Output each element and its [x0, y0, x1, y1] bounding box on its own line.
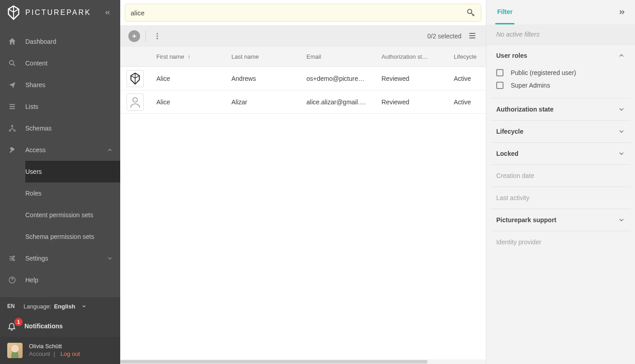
sidebar-item-label: Dashboard: [25, 38, 56, 45]
sidebar-item-lists[interactable]: Lists: [0, 96, 120, 117]
svg-point-12: [133, 98, 137, 102]
filter-section-identity-provider[interactable]: Identity provider: [491, 231, 630, 253]
language-selector[interactable]: EN Language: English: [0, 297, 120, 315]
account-link[interactable]: Account: [29, 350, 50, 357]
column-first-name[interactable]: First name ↑: [156, 53, 231, 60]
checkbox-icon: [496, 69, 503, 76]
cell-email: alice.alizar@gmail.…: [306, 98, 381, 106]
home-icon: [7, 37, 17, 47]
horizontal-scrollbar[interactable]: [120, 359, 486, 364]
search-clear-button[interactable]: [466, 8, 475, 18]
main-content: 0/2 selected First name ↑ Last name Emai…: [120, 0, 486, 364]
logout-link[interactable]: Log out: [61, 350, 80, 357]
sidebar-item-label: Schema permission sets: [25, 233, 94, 240]
search-bar: [125, 4, 481, 22]
sidebar-item-label: Content permission sets: [25, 211, 93, 219]
sidebar-collapse-button[interactable]: [102, 7, 113, 18]
column-authorization-state[interactable]: Authorization st…: [381, 53, 454, 60]
chevron-down-icon: [618, 216, 625, 224]
filter-section-last-activity[interactable]: Last activity: [491, 187, 630, 209]
user-name: Olivia Schütt: [29, 343, 80, 350]
cell-lifecycle: Active: [454, 98, 486, 106]
brand-logo-icon: [130, 72, 141, 85]
sidebar-item-shares[interactable]: Shares: [0, 74, 120, 96]
sidebar-item-content-permission-sets[interactable]: Content permission sets: [25, 204, 120, 226]
sidebar-item-label: Roles: [25, 190, 42, 197]
sidebar-item-dashboard[interactable]: Dashboard: [0, 31, 120, 52]
chevron-double-left-icon: [104, 9, 111, 16]
settings-icon: [7, 253, 17, 263]
notifications-button[interactable]: 1 Notifications: [0, 315, 120, 337]
sidebar-item-label: Help: [25, 276, 38, 284]
filter-section-lifecycle[interactable]: Lifecycle: [491, 121, 630, 142]
checkbox-icon: [496, 82, 503, 89]
svg-point-1: [12, 125, 13, 126]
filter-expand-button[interactable]: [618, 8, 626, 16]
schema-icon: [7, 123, 17, 133]
column-lifecycle[interactable]: Lifecycle: [454, 53, 486, 60]
chevron-down-icon: [618, 128, 625, 135]
sidebar-item-help[interactable]: Help: [0, 269, 120, 291]
column-email[interactable]: Email: [306, 53, 381, 60]
chevron-down-icon: [81, 303, 87, 309]
view-toggle-button[interactable]: [468, 31, 478, 41]
table-row[interactable]: Alice Alizar alice.alizar@gmail.… Review…: [120, 90, 486, 114]
sidebar-item-label: Shares: [25, 81, 45, 89]
filter-section-title: Locked: [496, 150, 518, 157]
sidebar-item-schema-permission-sets[interactable]: Schema permission sets: [25, 226, 120, 247]
filter-section-authorization-state[interactable]: Authorization state: [491, 98, 630, 120]
svg-point-8: [468, 9, 472, 14]
table-row[interactable]: Alice Andrews os+demo@picture… Reviewed …: [120, 67, 486, 90]
add-button[interactable]: [128, 30, 140, 42]
sidebar-item-settings[interactable]: Settings: [0, 247, 120, 269]
cell-lifecycle: Active: [454, 75, 486, 82]
sidebar-item-label: Lists: [25, 103, 38, 110]
checkbox-label: Public (registered user): [511, 69, 576, 76]
account-menu[interactable]: Olivia Schütt Account | Log out: [0, 337, 120, 364]
language-label: Language:: [24, 303, 51, 310]
sidebar-item-roles[interactable]: Roles: [25, 182, 120, 204]
sidebar-item-access[interactable]: Access: [0, 139, 120, 161]
svg-point-0: [9, 61, 14, 65]
filter-checkbox-super-admins[interactable]: Super Admins: [496, 79, 625, 92]
svg-point-6: [13, 259, 14, 261]
chevron-up-icon: [618, 52, 625, 59]
filter-panel: Filter No active filters User roles Publ…: [486, 0, 635, 364]
column-last-name[interactable]: Last name: [231, 53, 306, 60]
filter-section-picturepark-support[interactable]: Picturepark support: [491, 209, 630, 231]
language-value: English: [54, 303, 75, 310]
active-filters-empty: No active filters: [486, 24, 635, 45]
sidebar-item-content[interactable]: Content: [0, 52, 120, 74]
notification-badge: 1: [14, 318, 23, 326]
list-icon: [7, 102, 17, 112]
cell-email: os+demo@picture…: [306, 75, 381, 82]
table-header: First name ↑ Last name Email Authorizati…: [120, 47, 486, 67]
brand-logo-icon: [7, 5, 20, 20]
filter-section-creation-date[interactable]: Creation date: [491, 165, 630, 187]
avatar: [7, 343, 23, 358]
row-avatar: [127, 93, 144, 111]
filter-tab[interactable]: Filter: [495, 0, 514, 24]
column-label: First name: [156, 53, 184, 60]
sidebar-item-schemas[interactable]: Schemas: [0, 117, 120, 139]
svg-point-10: [157, 36, 158, 37]
filter-section-user-roles[interactable]: User roles: [491, 45, 630, 66]
filter-checkbox-public[interactable]: Public (registered user): [496, 66, 625, 79]
table-body: Alice Andrews os+demo@picture… Reviewed …: [120, 67, 486, 359]
svg-point-4: [13, 256, 14, 257]
svg-point-11: [157, 38, 158, 39]
filter-section-title: Identity provider: [496, 238, 541, 246]
sidebar-item-users[interactable]: Users: [25, 161, 120, 182]
brand-name: PICTUREPARK: [25, 9, 97, 17]
plus-icon: [131, 33, 137, 39]
help-icon: [7, 275, 17, 285]
more-actions-button[interactable]: [151, 30, 163, 42]
toolbar: 0/2 selected: [120, 25, 486, 47]
search-input[interactable]: [131, 9, 466, 17]
separator: |: [54, 350, 55, 357]
notifications-label: Notifications: [24, 322, 63, 330]
sidebar-item-label: Access: [25, 146, 46, 154]
row-avatar: [127, 70, 144, 87]
filter-section-locked[interactable]: Locked: [491, 143, 630, 164]
cell-last-name: Alizar: [231, 98, 306, 106]
